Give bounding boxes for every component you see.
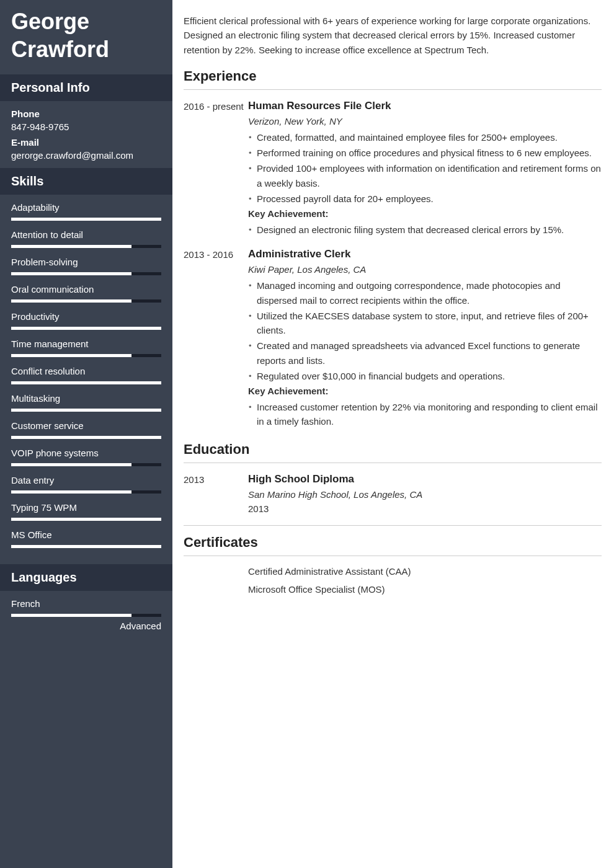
skill-bar-fill: [11, 299, 131, 303]
entry-body: High School DiplomaSan Marino High Schoo…: [248, 473, 602, 514]
sidebar: George Crawford Personal Info Phone 847-…: [0, 0, 172, 868]
skill-name: MS Office: [11, 529, 161, 540]
skill-bar-fill: [11, 327, 161, 330]
skill-bar: [11, 299, 161, 303]
bullet-item: Utilized the KAECSES database system to …: [248, 309, 602, 338]
skill-bar: [11, 327, 161, 330]
education-title: High School Diploma: [248, 473, 602, 485]
certificate-item: Certified Administrative Assistant (CAA): [248, 566, 602, 577]
skill-bar-fill: [11, 436, 161, 439]
skill-name: Productivity: [11, 311, 161, 322]
skill-bar: [11, 218, 161, 221]
job-title: Human Resources File Clerk: [248, 100, 602, 112]
email-value: gerorge.crawford@gmail.com: [11, 150, 161, 161]
phone-label: Phone: [11, 108, 161, 119]
skill-item: Time management: [11, 339, 161, 357]
skill-bar-fill: [11, 490, 131, 494]
skill-name: VOIP phone systems: [11, 448, 161, 458]
skill-item: Multitasking: [11, 393, 161, 412]
skill-bar: [11, 436, 161, 439]
bullet-item: Performed training on office procedures …: [248, 146, 602, 160]
skills-block: AdaptabilityAttention to detailProblem-s…: [0, 195, 172, 564]
skill-bar-fill: [11, 354, 131, 357]
education-entry: 2013High School DiplomaSan Marino High S…: [184, 473, 602, 514]
skill-name: Problem-solving: [11, 257, 161, 267]
skill-bar: [11, 354, 161, 357]
skill-name: Data entry: [11, 475, 161, 485]
skill-bar: [11, 463, 161, 466]
key-bullet-item: Increased customer retention by 22% via …: [248, 400, 602, 429]
skill-bar-fill: [11, 518, 161, 521]
skill-name: Customer service: [11, 420, 161, 431]
bullet-item: Managed incoming and outgoing correspond…: [248, 278, 602, 308]
skill-bar-fill: [11, 545, 161, 548]
entry-body: Human Resources File ClerkVerizon, New Y…: [248, 100, 602, 239]
language-level: Advanced: [11, 621, 161, 631]
education-subtitle: San Marino High School, Los Angeles, CA: [248, 489, 602, 500]
section-divider: [184, 525, 602, 526]
experience-container: 2016 - presentHuman Resources File Clerk…: [184, 100, 602, 430]
personal-info-heading: Personal Info: [0, 74, 172, 101]
entry-date: 2016 - present: [184, 100, 248, 239]
skill-item: Typing 75 WPM: [11, 502, 161, 521]
name-block: George Crawford: [0, 0, 172, 74]
key-bullet-list: Designed an electronic filing system tha…: [248, 223, 602, 237]
education-container: 2013High School DiplomaSan Marino High S…: [184, 473, 602, 514]
job-subtitle: Verizon, New York, NY: [248, 116, 602, 126]
phone-value: 847-948-9765: [11, 122, 161, 132]
experience-entry: 2013 - 2016Administrative ClerkKiwi Pape…: [184, 248, 602, 430]
language-name: French: [11, 598, 161, 609]
skill-item: Productivity: [11, 311, 161, 330]
languages-heading: Languages: [0, 564, 172, 591]
skill-name: Time management: [11, 339, 161, 349]
skill-name: Attention to detail: [11, 229, 161, 240]
skill-item: MS Office: [11, 529, 161, 548]
certificate-item: Microsoft Office Specialist (MOS): [248, 584, 602, 595]
skill-name: Oral communication: [11, 284, 161, 294]
certificates-heading: Certificates: [184, 534, 602, 556]
skill-name: Multitasking: [11, 393, 161, 404]
skill-bar: [11, 381, 161, 384]
skill-bar: [11, 545, 161, 548]
bullet-item: Provided 100+ employees with information…: [248, 161, 602, 190]
language-bar: [11, 614, 161, 617]
skill-bar: [11, 490, 161, 494]
skill-item: Oral communication: [11, 284, 161, 303]
bullet-item: Regulated over $10,000 in financial budg…: [248, 369, 602, 383]
resume-page: George Crawford Personal Info Phone 847-…: [0, 0, 614, 868]
skill-item: Data entry: [11, 475, 161, 494]
personal-info-block: Phone 847-948-9765 E-mail gerorge.crawfo…: [0, 101, 172, 168]
job-subtitle: Kiwi Paper, Los Angeles, CA: [248, 264, 602, 275]
bullet-list: Managed incoming and outgoing correspond…: [248, 278, 602, 383]
skill-name: Adaptability: [11, 202, 161, 213]
skill-item: Conflict resolution: [11, 366, 161, 384]
main-content: Efficient clerical professional with 6+ …: [172, 0, 614, 868]
certificates-list: Certified Administrative Assistant (CAA)…: [248, 566, 602, 595]
skill-bar: [11, 518, 161, 521]
bullet-list: Created, formatted, and maintained emplo…: [248, 130, 602, 206]
language-item: FrenchAdvanced: [11, 598, 161, 631]
skill-bar-fill: [11, 272, 131, 275]
skill-bar-fill: [11, 463, 131, 466]
skill-item: Adaptability: [11, 202, 161, 221]
skill-item: Attention to detail: [11, 229, 161, 248]
skill-name: Conflict resolution: [11, 366, 161, 376]
skill-item: Problem-solving: [11, 257, 161, 275]
education-year: 2013: [248, 503, 602, 514]
skill-bar: [11, 409, 161, 412]
experience-heading: Experience: [184, 68, 602, 90]
skill-bar-fill: [11, 381, 161, 384]
language-bar-fill: [11, 614, 131, 617]
full-name: George Crawford: [11, 7, 161, 63]
skill-bar-fill: [11, 218, 161, 221]
entry-date: 2013 - 2016: [184, 248, 248, 430]
key-achievement-label: Key Achievement:: [248, 208, 602, 219]
skill-bar: [11, 272, 161, 275]
skill-bar-fill: [11, 245, 131, 248]
skill-name: Typing 75 WPM: [11, 502, 161, 513]
entry-date: 2013: [184, 473, 248, 514]
email-label: E-mail: [11, 137, 161, 148]
skill-bar-fill: [11, 409, 161, 412]
summary-text: Efficient clerical professional with 6+ …: [184, 14, 602, 57]
skill-item: Customer service: [11, 420, 161, 439]
